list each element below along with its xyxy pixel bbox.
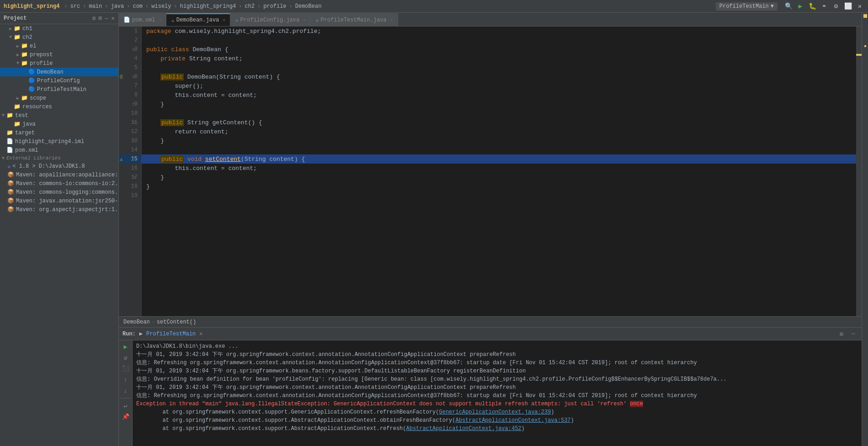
tab-close-profileconfig[interactable]: ✕ — [303, 17, 306, 23]
sidebar-item-profileconfig[interactable]: 🔵 ProfileConfig — [0, 76, 118, 85]
sidebar-item-java[interactable]: 📁 java — [0, 120, 118, 128]
run-output-line-2: 信息: Refreshing org.springframework.conte… — [136, 359, 858, 367]
editor-content[interactable]: package com.wisely.highlight_spring4.ch2… — [142, 27, 856, 316]
close-panel-icon[interactable]: — — [849, 329, 858, 339]
gutter-line-6: @ ⊟ 6 — [119, 72, 141, 81]
sidebar-item-jdk[interactable]: ☕ < 1.8 > D:\Java\JDK1.8 — [0, 162, 118, 170]
gutter-line-2: 2 — [119, 36, 141, 45]
run-link-1[interactable]: GenericApplicationContext.java:239 — [439, 409, 551, 415]
stop-icon[interactable]: ⬛ — [121, 364, 130, 373]
close-icon[interactable]: ✕ — [855, 2, 864, 11]
sidebar-item-prepost[interactable]: ▶ 📁 prepost — [0, 50, 118, 59]
folder-icon: 📁 — [6, 112, 13, 119]
rerun-icon[interactable]: ↺ — [121, 353, 130, 362]
run-link-3[interactable]: AbstractApplicationContext.java:452 — [406, 425, 522, 432]
iml-file-icon: 📄 — [6, 138, 13, 145]
run-output-line-4: 信息: Overriding bean definition for bean … — [136, 375, 858, 383]
sidebar-item-maven-javax[interactable]: 📦 Maven: javax.annotation:jsr250-api:1..… — [0, 196, 118, 205]
run-icon[interactable]: ▶ — [796, 2, 805, 11]
code-line-10 — [142, 109, 856, 118]
tab-profileconfig[interactable]: ☕ ProfileConfig.java ✕ — [230, 13, 311, 26]
main-layout: Project ⚙ ⊞ — ✕ ▶ 📁 ch1 ▼ 📁 ch2 — [0, 13, 868, 446]
bc-setcontent: setContent() — [157, 319, 196, 325]
folder-icon: 📁 — [14, 25, 21, 32]
settings-icon[interactable]: ⚙ — [831, 2, 841, 11]
search-icon[interactable]: 🔍 — [784, 2, 793, 11]
coverage-icon[interactable]: ☂ — [820, 2, 829, 11]
pin-icon[interactable]: 📌 — [121, 412, 130, 421]
gutter-line-19: 19 — [119, 191, 141, 200]
gutter-line-13: ⊟ 13 — [119, 136, 141, 145]
gutter-line-3: ⊟ 3 — [119, 45, 141, 54]
code-line-8: this.content = content; — [142, 90, 856, 100]
sidebar-item-iml[interactable]: 📄 highlight_spring4.iml — [0, 137, 118, 146]
run-output-stack-1: at org.springframework.context.support.G… — [136, 408, 858, 416]
tab-pomxml[interactable]: 📄 pom.xml ✕ — [119, 13, 166, 26]
jdk-icon: ☕ — [7, 163, 11, 170]
sidebar-item-ch2[interactable]: ▼ 📁 ch2 — [0, 33, 118, 42]
sidebar-item-maven-aop[interactable]: 📦 Maven: aopalliance:aopalliance:1.0 — [0, 170, 118, 179]
sidebar-close-icon[interactable]: ✕ — [111, 15, 115, 22]
breadcrumb-main: main — [89, 3, 102, 10]
run-output[interactable]: D:\Java\JDK1.8\bin\java.exe ... 十一月 01, … — [133, 340, 862, 446]
scroll-down-icon[interactable]: ↓ — [121, 386, 130, 395]
breadcrumb-ch2: ch2 — [245, 3, 255, 10]
sidebar-item-demobean[interactable]: 🔵 DemoBean — [0, 68, 118, 76]
run-link-2[interactable]: AbstractApplicationContext.java:537 — [456, 417, 571, 424]
folder-icon: 📁 — [21, 51, 28, 58]
content-area: 📄 pom.xml ✕ ☕ DemoBean.java ✕ ☕ ProfileC… — [119, 13, 862, 446]
breadcrumb-profile: profile — [263, 3, 286, 10]
breadcrumb-java: java — [111, 3, 124, 10]
tab-close-pomxml[interactable]: ✕ — [159, 17, 161, 23]
tab-close-demobean[interactable]: ✕ — [223, 17, 225, 23]
xml-tab-icon: 📄 — [123, 16, 130, 23]
scroll-up-icon[interactable]: ↑ — [121, 375, 130, 384]
run-again-icon[interactable]: ▶ — [121, 342, 130, 351]
debug-icon[interactable]: 🐛 — [808, 2, 817, 11]
tab-close-profiletestmain[interactable]: ✕ — [390, 17, 393, 23]
settings-icon[interactable]: ⚙ — [837, 329, 846, 339]
sidebar-collapse-icon[interactable]: — — [105, 15, 108, 22]
top-bar: highlight_spring4 › src › main › java › … — [0, 0, 868, 13]
sidebar-item-maven-aspectj[interactable]: 📦 Maven: org.aspectj:aspectjrt:1.8.5 — [0, 205, 118, 214]
lib-icon: 📦 — [7, 206, 14, 213]
lib-icon: 📦 — [7, 171, 14, 178]
sidebar-item-resources[interactable]: 📁 resources — [0, 102, 118, 111]
sidebar-item-scope[interactable]: ▶ 📁 scope — [0, 94, 118, 102]
run-config-selector[interactable]: ProfileTestMain ▼ — [716, 2, 777, 11]
run-content-area: ▶ ↺ ⬛ ↑ ↓ ↵ 📌 D:\Java\JDK1.8\bin\java.ex… — [119, 340, 862, 446]
tab-demobean[interactable]: ☕ DemoBean.java ✕ — [166, 13, 230, 26]
tab-profiletestmain[interactable]: ☕ ProfileTestMain.java ✕ — [311, 13, 398, 26]
breadcrumb-src: src — [70, 3, 80, 10]
run-output-line-5: 十一月 01, 2019 3:42:04 下午 org.springframew… — [136, 383, 858, 392]
sidebar-item-ext-libs[interactable]: ▼ External Libraries — [0, 154, 118, 162]
sidebar-item-profiletestmain[interactable]: 🔵 ProfileTestMain — [0, 85, 118, 94]
sidebar-item-test[interactable]: ▼ 📁 test — [0, 111, 118, 120]
code-line-17: } — [142, 173, 856, 182]
code-line-13: } — [142, 136, 856, 145]
folder-icon: 📁 — [21, 60, 28, 67]
gutter-line-4: 4 — [119, 54, 141, 63]
sidebar-item-target[interactable]: 📁 target — [0, 128, 118, 137]
sidebar-item-profile[interactable]: ▼ 📁 profile — [0, 59, 118, 68]
lib-icon: 📦 — [7, 180, 14, 187]
sidebar-settings-icon[interactable]: ⚙ — [92, 15, 96, 22]
code-line-3: public class DemoBean { — [142, 45, 856, 54]
run-output-stack-2: at org.springframework.context.support.A… — [136, 416, 858, 425]
breadcrumb-com: com — [133, 3, 143, 10]
maximize-icon[interactable]: ⬜ — [843, 2, 852, 11]
sidebar-expand-icon[interactable]: ⊞ — [99, 15, 102, 22]
editor-scrollbar[interactable] — [856, 27, 862, 316]
top-indicator — [863, 14, 867, 18]
folder-icon: 📁 — [14, 103, 21, 110]
sidebar-item-maven-commons-io[interactable]: 📦 Maven: commons-io:commons-io:2.3 — [0, 179, 118, 188]
sidebar-item-ch1[interactable]: ▶ 📁 ch1 — [0, 24, 118, 33]
sidebar: Project ⚙ ⊞ — ✕ ▶ 📁 ch1 ▼ 📁 ch2 — [0, 13, 119, 446]
code-line-7: super(); — [142, 81, 856, 90]
run-config-name: ProfileTestMain — [146, 331, 196, 337]
soft-wrap-icon[interactable]: ↵ — [121, 401, 130, 410]
sidebar-item-el[interactable]: ▶ 📁 el — [0, 42, 118, 50]
sidebar-item-pomxml[interactable]: 📄 pom.xml — [0, 146, 118, 154]
java-tab-icon: ☕ — [171, 17, 174, 24]
sidebar-item-maven-commons-logging[interactable]: 📦 Maven: commons-logging:commons... — [0, 188, 118, 196]
